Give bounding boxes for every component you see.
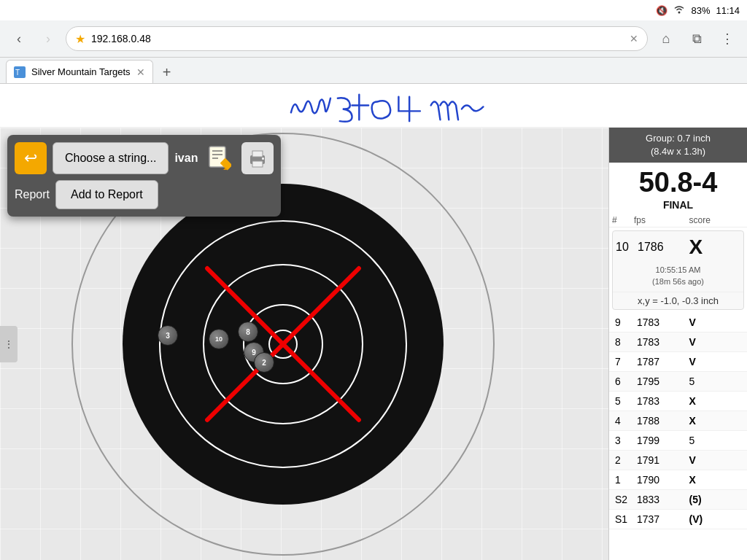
score-rows: 9 1783 V 8 1783 V 7 1787 V 6 1795 5 5 17… (609, 313, 747, 560)
col-score: score (689, 215, 745, 225)
top-shot-num: 10 (616, 241, 638, 254)
tabs-button[interactable]: ⧉ (684, 26, 709, 51)
new-tab-button[interactable]: + (156, 61, 178, 83)
user-label: ivan (174, 152, 198, 165)
row-score: V (689, 356, 742, 368)
row-num: 6 (615, 376, 637, 387)
home-button[interactable]: ⌂ (654, 26, 678, 51)
row-score: 5 (689, 435, 742, 446)
tab-title: Silver Mountain Targets (31, 66, 131, 77)
note-button[interactable] (204, 142, 236, 174)
svg-point-0 (678, 11, 681, 13)
handwriting-bar (0, 84, 747, 128)
row-score: 5 (689, 376, 742, 387)
status-bar: 🔇 83% 11:14 (0, 0, 747, 20)
final-label: FINAL (609, 199, 747, 214)
score-row[interactable]: S2 1833 (5) (609, 490, 747, 510)
score-row[interactable]: 4 1788 X (609, 411, 747, 431)
row-num: 3 (615, 435, 637, 446)
score-row[interactable]: S1 1737 (V) (609, 510, 747, 529)
tab-silver-mountain[interactable]: T Silver Mountain Targets ✕ (6, 60, 153, 83)
row-num: S1 (615, 513, 637, 525)
tab-close-button[interactable]: ✕ (136, 66, 145, 78)
row-num: 2 (615, 454, 637, 466)
shot-10[interactable]: 10 (209, 329, 229, 349)
top-shot-row[interactable]: 10 1786 X 10:55:15 AM (18m 56s ago) x,y … (612, 230, 744, 310)
bookmark-icon: ★ (75, 32, 85, 46)
report-label: Report (15, 188, 50, 201)
back-arrow-icon: ↩ (24, 149, 37, 168)
sidebar-collapse-button[interactable]: ⋮ (0, 326, 18, 362)
row-fps: 1790 (637, 474, 689, 486)
row-score: X (689, 395, 742, 407)
row-fps: 1783 (637, 316, 689, 328)
score-row[interactable]: 5 1783 X (609, 392, 747, 411)
score-row[interactable]: 6 1795 5 (609, 372, 747, 392)
mute-icon: 🔇 (656, 5, 667, 16)
row-num: 5 (615, 395, 637, 407)
score-row[interactable]: 3 1799 5 (609, 431, 747, 451)
score-row[interactable]: 1 1790 X (609, 470, 747, 490)
row-num: 8 (615, 336, 637, 348)
main-content: 3 10 8 9 2 ⋮ ↩ Choose a string... ivan (0, 128, 747, 560)
xy-coordinates: x,y = -1.0, -0.3 inch (613, 292, 743, 309)
score-panel: Group: 0.7 inch (8.4w x 1.3h) 50.8-4 FIN… (608, 128, 747, 560)
row-fps: 1799 (637, 435, 689, 446)
handwriting-annotation (0, 84, 747, 127)
row-score: (V) (689, 513, 742, 525)
print-button[interactable] (241, 142, 274, 174)
top-shot-fps: 1786 (638, 241, 689, 254)
choose-string-button[interactable]: Choose a string... (53, 142, 169, 174)
score-row[interactable]: 9 1783 V (609, 313, 747, 332)
shot-3[interactable]: 3 (158, 325, 178, 346)
svg-text:T: T (15, 69, 20, 77)
col-fps: fps (634, 215, 689, 225)
row-score: V (689, 316, 742, 328)
address-bar: ★ 192.168.0.48 ✕ (66, 26, 648, 51)
row-score: X (689, 415, 742, 427)
row-fps: 1833 (637, 494, 689, 505)
row-score: V (689, 336, 742, 348)
row-fps: 1791 (637, 454, 689, 466)
row-score: X (689, 474, 742, 486)
popup-back-button[interactable]: ↩ (15, 142, 47, 174)
row-fps: 1787 (637, 356, 689, 368)
shot-2[interactable]: 2 (254, 352, 274, 373)
menu-button[interactable]: ⋮ (715, 26, 740, 51)
popup-row2: Report Add to Report (15, 180, 274, 209)
reload-icon[interactable]: ✕ (630, 33, 638, 44)
svg-rect-12 (262, 158, 264, 160)
row-num: 4 (615, 415, 637, 427)
add-to-report-button[interactable]: Add to Report (55, 180, 158, 209)
row-num: 9 (615, 316, 637, 328)
col-num: # (612, 215, 634, 225)
tab-bar: T Silver Mountain Targets ✕ + (0, 58, 747, 84)
shot-8[interactable]: 8 (238, 322, 258, 342)
target-area: 3 10 8 9 2 ⋮ ↩ Choose a string... ivan (0, 128, 608, 560)
group-info: Group: 0.7 inch (8.4w x 1.3h) (609, 128, 747, 163)
tab-favicon: T (14, 66, 26, 78)
row-fps: 1737 (637, 513, 689, 525)
row-score: V (689, 454, 742, 466)
row-num: 1 (615, 474, 637, 486)
table-header: # fps score (609, 214, 747, 228)
score-row[interactable]: 2 1791 V (609, 451, 747, 470)
battery-status: 83% (691, 5, 710, 16)
crosshair (174, 235, 392, 454)
svg-rect-10 (252, 151, 263, 157)
forward-button[interactable]: › (36, 27, 60, 50)
wifi-icon (673, 4, 685, 17)
url-text[interactable]: 192.168.0.48 (91, 33, 624, 44)
row-fps: 1795 (637, 376, 689, 387)
main-score: 50.8-4 (609, 163, 747, 199)
back-button[interactable]: ‹ (7, 27, 31, 50)
row-fps: 1788 (637, 415, 689, 427)
popup-overlay: ↩ Choose a string... ivan (7, 135, 281, 217)
top-shot-score: X (689, 236, 741, 259)
clock: 11:14 (716, 5, 740, 16)
row-fps: 1783 (637, 395, 689, 407)
browser-chrome: ‹ › ★ 192.168.0.48 ✕ ⌂ ⧉ ⋮ (0, 20, 747, 58)
score-row[interactable]: 7 1787 V (609, 352, 747, 372)
svg-rect-11 (252, 161, 263, 167)
score-row[interactable]: 8 1783 V (609, 332, 747, 352)
